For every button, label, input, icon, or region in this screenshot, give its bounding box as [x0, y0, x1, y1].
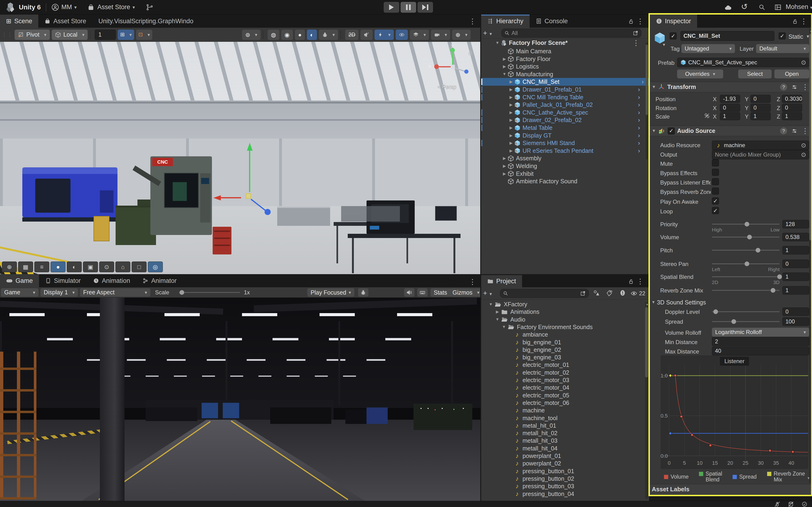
preset-icon[interactable] — [791, 84, 798, 90]
project-item[interactable]: ♪ambiance — [481, 331, 645, 338]
debug-button[interactable] — [358, 288, 368, 297]
hierarchy-item[interactable]: ▶Display GT› — [481, 132, 645, 139]
component-menu-icon[interactable]: ⋮ — [802, 83, 809, 91]
slider-value-field[interactable]: 100 — [782, 317, 809, 326]
output-field[interactable]: None (Audio Mixer Group) ⊙ — [712, 150, 809, 159]
game-input-button[interactable] — [417, 288, 427, 297]
bypass-listener-effec-checkbox[interactable] — [712, 178, 719, 185]
slider-value-field[interactable]: 128 — [782, 220, 809, 228]
transform-position-x-field[interactable]: -1.93 — [720, 95, 740, 103]
component-enabled-checkbox[interactable]: ✓ — [668, 127, 675, 134]
panel-menu-icon[interactable]: ⋮ — [800, 18, 807, 25]
stats-button[interactable]: Stats — [430, 288, 450, 297]
sphere-tool-button[interactable]: ● — [51, 262, 65, 272]
min-distance-field[interactable]: 2 — [712, 337, 809, 346]
component-menu-icon[interactable]: ⋮ — [802, 127, 809, 134]
slider-value-field[interactable]: 0 — [782, 260, 809, 268]
scene-viewport[interactable]: CNC — [0, 42, 480, 274]
add-object-button[interactable]: +▾ — [483, 29, 492, 37]
scene-camera-dropdown[interactable]: ⊕▾ — [452, 30, 471, 40]
hierarchy-scrollbar[interactable] — [646, 42, 648, 160]
foldout-icon[interactable]: ▶ — [501, 171, 507, 176]
debug-disabled-icon[interactable] — [774, 501, 780, 507]
search-tool-button[interactable]: ⊙ — [99, 262, 114, 272]
max-distance-field[interactable]: 40 — [712, 346, 809, 355]
persp-label[interactable]: < Persp — [438, 83, 456, 90]
transform-scale-y-field[interactable]: 1 — [751, 112, 771, 120]
bypass-reverb-zones-checkbox[interactable] — [712, 187, 719, 194]
slider-doppler-level[interactable] — [712, 311, 779, 312]
prefab-field[interactable]: CNC_Mill_Set_Active_spec ⊙ — [677, 58, 809, 67]
axis-gizmo[interactable]: y x — [432, 47, 472, 87]
open-in-window-icon[interactable] — [580, 291, 586, 296]
project-item[interactable]: ♪metall_hit_04 — [481, 445, 645, 452]
project-item[interactable]: ▼XFactory — [481, 300, 645, 308]
project-item[interactable]: ▶Animations — [481, 308, 645, 316]
transform-position-z-field[interactable]: 0.3030 — [782, 95, 802, 103]
hierarchy-item[interactable]: ▶Metal Table› — [481, 124, 645, 132]
hierarchy-item[interactable]: ▶Welding — [481, 162, 645, 170]
prefab-open-icon[interactable]: › — [638, 86, 640, 93]
panel-menu-icon[interactable]: ⋮ — [469, 18, 476, 25]
prefab-open-icon[interactable]: › — [638, 139, 640, 147]
foldout-icon[interactable]: ▶ — [508, 87, 514, 92]
shading-wireframe-button[interactable]: ◍ — [268, 30, 280, 40]
layers-dropdown[interactable]: ▾ — [410, 30, 429, 40]
tag-dropdown[interactable]: Untagged▾ — [681, 44, 735, 53]
focus-mode-dropdown[interactable]: Play Focused▾ — [307, 288, 354, 297]
hierarchy-item[interactable]: ▶CNC_Lathe_Active_spec› — [481, 109, 645, 116]
project-item[interactable]: ♪big_engine_01 — [481, 338, 645, 346]
filter-by-type-icon[interactable] — [593, 290, 600, 296]
tab-asset-store[interactable]: Asset Store — [38, 14, 92, 28]
foldout-icon[interactable]: ▶ — [508, 125, 514, 130]
view-gizmo-dropdown[interactable]: ⊚▾ — [242, 30, 261, 40]
tab-inspector[interactable]: Inspector — [650, 14, 697, 28]
transform-scale-x-field[interactable]: 1 — [720, 112, 740, 120]
play-button[interactable] — [384, 2, 399, 13]
audio-resource-field[interactable]: ♪ machine ⊙ — [712, 140, 809, 150]
visibility-toggle-button[interactable] — [396, 30, 408, 40]
tab-hierarchy[interactable]: Hierarchy — [481, 14, 529, 28]
foldout-icon[interactable]: ▼ — [650, 84, 658, 90]
tab-game[interactable]: Game — [0, 274, 39, 287]
project-item[interactable]: ♪pressing_button_04 — [481, 490, 645, 498]
lock-icon[interactable] — [628, 18, 634, 24]
project-item[interactable]: ♪pressing_button_01 — [481, 467, 645, 475]
scale-slider[interactable] — [179, 292, 240, 293]
prefab-open-icon[interactable]: › — [642, 78, 644, 86]
render-tool-button[interactable]: ◐ — [67, 262, 82, 272]
transform-rotation-x-field[interactable]: 0 — [720, 104, 740, 112]
project-item[interactable]: ♪machine — [481, 406, 645, 414]
foldout-icon[interactable]: ▶ — [494, 309, 500, 314]
hierarchy-search-input[interactable] — [511, 30, 631, 36]
preset-icon[interactable] — [791, 128, 798, 134]
audio-mute-button[interactable] — [360, 30, 373, 40]
compass-tool-button[interactable]: ◎ — [148, 262, 163, 272]
transform-rotation-y-field[interactable]: 0 — [751, 104, 771, 112]
game-viewport[interactable] — [0, 298, 480, 501]
display-dropdown[interactable]: Display 1▾ — [40, 288, 78, 297]
shading-unlit-button[interactable]: ● — [295, 30, 305, 40]
hierarchy-item[interactable]: ▶Factory Floor — [481, 55, 645, 63]
slider-value-field[interactable]: 1 — [782, 273, 809, 281]
slider-spatial-blend[interactable] — [712, 276, 779, 277]
object-picker-icon[interactable]: ⊙ — [801, 151, 806, 158]
debug-draw-dropdown[interactable]: ▾ — [319, 30, 338, 40]
project-item[interactable]: ♪powerplant_01 — [481, 452, 645, 460]
hierarchy-item[interactable]: ▶Drawer_01_Prefab_01› — [481, 86, 645, 94]
transform-scale-z-field[interactable]: 1 — [782, 112, 802, 120]
lighting-toggle-button[interactable]: ▾ — [374, 30, 394, 40]
add-asset-button[interactable]: +▾ — [483, 289, 492, 297]
project-item[interactable]: ▼Factory Environment Sounds — [481, 323, 645, 331]
tab-console[interactable]: Console — [529, 14, 574, 28]
open-button[interactable]: Open — [774, 69, 809, 78]
project-item[interactable]: ♪pressing_button_03 — [481, 482, 645, 490]
lock-icon[interactable] — [467, 50, 473, 56]
project-item[interactable]: ♪big_engine_02 — [481, 346, 645, 354]
slider-spread[interactable] — [712, 321, 779, 322]
select-button[interactable]: Select — [738, 69, 772, 78]
transform-position-y-field[interactable]: 0 — [751, 95, 771, 103]
audio-source-header[interactable]: ▼ ✓ Audio Source ?⋮ — [650, 125, 812, 136]
foldout-icon[interactable]: ▶ — [508, 95, 514, 100]
foldout-icon[interactable]: ▶ — [508, 148, 514, 153]
